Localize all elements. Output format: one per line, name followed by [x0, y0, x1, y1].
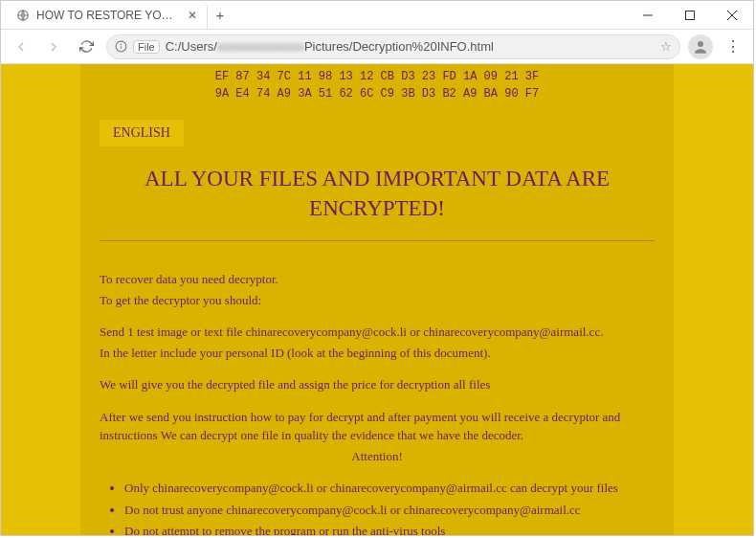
ransom-page: EF 87 34 7C 11 98 13 12 CB D3 23 FD 1A 0…	[80, 64, 674, 535]
svg-rect-2	[686, 11, 695, 19]
address-bar: File C:/Users/xxxxxxxxxxxxxxPictures/Dec…	[1, 30, 753, 64]
globe-icon	[16, 9, 30, 22]
divider	[100, 240, 655, 241]
info-icon	[115, 40, 127, 53]
language-badge[interactable]: ENGLISH	[100, 120, 184, 146]
text-letter: In the letter include your personal ID (…	[100, 344, 655, 363]
headline: ALL YOUR FILES AND IMPORTANT DATA ARE EN…	[100, 164, 655, 223]
list-item: Only chinarecoverycompany@cock.li or chi…	[124, 479, 655, 498]
window-controls	[627, 1, 753, 30]
svg-point-8	[698, 41, 703, 47]
svg-point-7	[121, 44, 122, 45]
reload-button[interactable]	[74, 34, 99, 59]
back-button[interactable]	[9, 34, 33, 59]
url-input[interactable]: File C:/Users/xxxxxxxxxxxxxxPictures/Dec…	[106, 34, 680, 59]
tab-close-icon[interactable]: ✕	[188, 9, 197, 22]
url-text: C:/Users/xxxxxxxxxxxxxxPictures/Decrypti…	[166, 39, 655, 54]
profile-avatar[interactable]	[688, 34, 713, 59]
hex-id-block: EF 87 34 7C 11 98 13 12 CB D3 23 FD 1A 0…	[100, 64, 655, 102]
text-toget: To get the decryptor you should:	[100, 291, 655, 310]
menu-button[interactable]: ⋮	[721, 34, 745, 59]
text-recover: To recover data you need decryptor.	[100, 270, 655, 289]
attention-heading: Attention!	[100, 447, 655, 466]
tab-title: HOW TO RESTORE YOUR FILES	[36, 9, 181, 22]
titlebar: HOW TO RESTORE YOUR FILES ✕ +	[1, 1, 753, 30]
maximize-button[interactable]	[669, 1, 711, 30]
bookmark-star-icon[interactable]: ☆	[660, 39, 672, 54]
text-after: After we send you instruction how to pay…	[100, 408, 655, 445]
close-button[interactable]	[711, 1, 753, 30]
forward-button[interactable]	[41, 34, 66, 59]
text-send: Send 1 test image or text file chinareco…	[100, 323, 655, 342]
minimize-button[interactable]	[627, 1, 669, 30]
ransom-body: To recover data you need decryptor. To g…	[100, 270, 655, 535]
browser-window: HOW TO RESTORE YOUR FILES ✕ + File C:/Us…	[0, 0, 754, 536]
list-item: Do not trust anyone chinarecoverycompany…	[124, 501, 655, 520]
warning-list: Only chinarecoverycompany@cock.li or chi…	[100, 479, 655, 535]
text-give: We will give you the decrypted file and …	[100, 375, 655, 394]
list-item: Do not attempt to remove the program or …	[124, 522, 655, 535]
browser-tab[interactable]: HOW TO RESTORE YOUR FILES ✕	[7, 2, 208, 29]
page-viewport: pcrisk.com EF 87 34 7C 11 98 13 12 CB D3…	[1, 64, 753, 535]
protocol-chip: File	[133, 40, 160, 54]
new-tab-button[interactable]: +	[208, 7, 233, 23]
